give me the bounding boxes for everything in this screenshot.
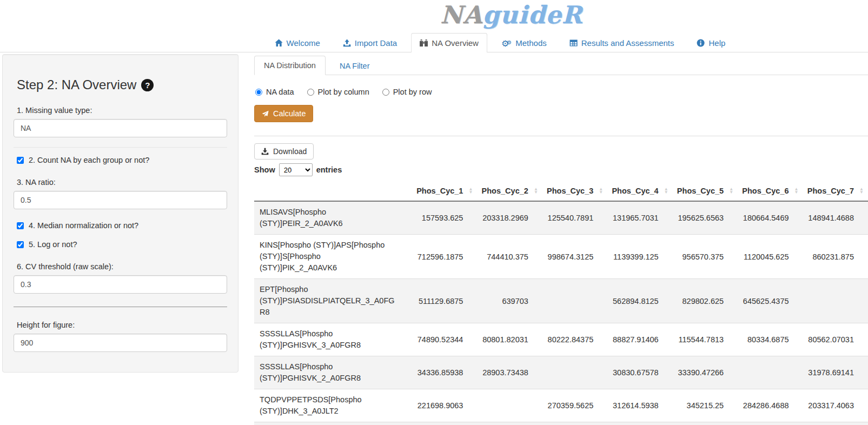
cell: 284286.4688 [738, 389, 803, 422]
column-header[interactable]: Phos_Cyc_4▲▼ [607, 181, 672, 201]
cell: 30830.67578 [607, 356, 672, 389]
paper-plane-icon [262, 110, 269, 117]
binoculars-icon [420, 39, 428, 47]
cell: 312614.5938 [607, 389, 672, 422]
nav-tab-label: Methods [515, 38, 547, 48]
nav-tab-results[interactable]: Results and Assessments [561, 33, 683, 52]
cell: 1139399.125 [607, 235, 672, 279]
cell: 80334.6875 [738, 323, 803, 356]
log-label: 5. Log or not? [29, 240, 77, 249]
sort-icon[interactable]: ▲▼ [729, 188, 733, 194]
cell: 345215.25 [673, 389, 738, 422]
cell: 331924.5625 [803, 422, 868, 425]
cv-threshold-input[interactable] [14, 275, 227, 294]
show-entries-control: Show 20 entries [254, 163, 868, 176]
nav-tab-welcome[interactable]: Welcome [266, 33, 329, 52]
missing-value-type-label: 1. Missing value type: [17, 106, 224, 115]
calculate-button-label: Calculate [273, 109, 306, 118]
table-row: TQDPVPPETPSDS[Phospho (STY)]DHK_3_A0JLT2… [254, 389, 868, 422]
column-header[interactable]: Phos_Cyc_2▲▼ [477, 181, 542, 201]
calculate-button[interactable]: Calculate [254, 105, 313, 122]
sort-icon[interactable]: ▲▼ [534, 188, 538, 194]
cell: 316457.7188 [607, 422, 672, 425]
info-icon [697, 39, 705, 47]
app-logo: NAguideR [440, 1, 582, 29]
cell: 195625.6563 [673, 201, 738, 235]
cell: 203318.2969 [477, 201, 542, 235]
cv-threshold-label: 6. CV threshold (raw scale): [17, 262, 224, 271]
column-header[interactable]: Phos_Cyc_1▲▼ [412, 181, 477, 201]
column-header[interactable]: Phos_Cyc_7▲▼ [803, 181, 868, 201]
peptide-name: SMS[Phospho (STY)]VDLSHIPLKDPLLFK_3_A0JN… [254, 422, 412, 425]
radio-na-data[interactable]: NA data [255, 88, 294, 96]
entries-label: entries [316, 165, 342, 174]
cell [477, 389, 542, 422]
missing-value-type-input[interactable] [14, 119, 227, 137]
download-button[interactable]: Download [254, 143, 314, 160]
main-content: NA Distribution NA Filter NA data Plot b… [254, 55, 868, 425]
peptide-name: EPT[Phospho (STY)]PSIASDISLPIATQELR_3_A0… [254, 279, 412, 323]
cell [738, 356, 803, 389]
cell: 285275.5 [738, 422, 803, 425]
radio-plot-by-column-input[interactable] [307, 89, 314, 96]
nav-tab-help[interactable]: Help [688, 33, 734, 52]
log-checkbox[interactable] [17, 241, 24, 248]
cell: 157593.625 [412, 201, 477, 235]
cell: 80562.07031 [803, 323, 868, 356]
cell: 358460.9688 [542, 422, 607, 425]
radio-na-data-label: NA data [266, 88, 294, 96]
logo-guider: guideR [482, 1, 582, 29]
entries-select[interactable]: 20 [279, 163, 313, 176]
cell: 645625.4375 [738, 279, 803, 323]
table-row: EPT[Phospho (STY)]PSIASDISLPIATQELR_3_A0… [254, 279, 868, 323]
median-normalization-checkbox[interactable] [17, 222, 24, 229]
table-row: KINS[Phospho (STY)]APS[Phospho (STY)]S[P… [254, 235, 868, 279]
sort-icon[interactable]: ▲▼ [859, 188, 864, 194]
radio-na-data-input[interactable] [255, 89, 262, 96]
radio-plot-by-row-input[interactable] [382, 89, 389, 96]
nav-tab-methods[interactable]: ⚙⚙ Methods [493, 33, 555, 52]
upload-icon [343, 39, 351, 47]
column-header[interactable]: Phos_Cyc_5▲▼ [673, 181, 738, 201]
tab-na-distribution[interactable]: NA Distribution [254, 56, 326, 75]
help-question-icon[interactable]: ? [141, 79, 154, 91]
cell: 203317.4063 [803, 389, 868, 422]
cell: 248274.0156 [412, 422, 477, 425]
download-icon [261, 148, 269, 155]
figure-height-input[interactable] [14, 334, 227, 352]
table-row: SSSSLLAS[Phospho (STY)]PGHISVK_2_A0FGR8 … [254, 356, 868, 389]
count-na-label: 2. Count NA by each group or not? [29, 156, 149, 164]
sort-icon[interactable]: ▲▼ [794, 188, 799, 194]
nav-tab-na-overview[interactable]: NA Overview [411, 33, 487, 52]
header: NAguideR Welcome Import Data NA Overview… [0, 0, 868, 52]
column-header[interactable]: Phos_Cyc_3▲▼ [542, 181, 607, 201]
radio-plot-by-column[interactable]: Plot by column [307, 88, 369, 96]
cell: 956570.375 [673, 235, 738, 279]
nav-tab-label: Results and Assessments [581, 38, 674, 48]
logo-na: NA [440, 1, 482, 29]
radio-plot-by-row[interactable]: Plot by row [382, 88, 432, 96]
sort-icon[interactable]: ▲▼ [599, 188, 603, 194]
sidebar-title: Step 2: NA Overview ? [17, 77, 227, 92]
cell: 1120045.625 [738, 235, 803, 279]
sub-tabs: NA Distribution NA Filter [254, 55, 868, 75]
sort-icon[interactable]: ▲▼ [664, 188, 668, 194]
na-ratio-label: 3. NA ratio: [17, 178, 224, 187]
cell: 80801.82031 [477, 323, 542, 356]
show-label: Show [254, 165, 275, 174]
figure-height-label: Height for figure: [17, 321, 224, 329]
cell: 80222.84375 [542, 323, 607, 356]
na-ratio-input[interactable] [14, 191, 227, 209]
nav-tab-import-data[interactable]: Import Data [334, 33, 406, 52]
column-header[interactable]: Phos_Cyc_6▲▼ [738, 181, 803, 201]
peptide-name: SSSSLLAS[Phospho (STY)]PGHISVK_3_A0FGR8 [254, 323, 412, 356]
count-na-checkbox[interactable] [17, 157, 24, 164]
radio-plot-by-column-label: Plot by column [318, 88, 369, 96]
cell: 125540.7891 [542, 201, 607, 235]
table-header-row: Phos_Cyc_1▲▼ Phos_Cyc_2▲▼ Phos_Cyc_3▲▼ P… [254, 181, 868, 201]
sort-icon[interactable]: ▲▼ [469, 188, 473, 194]
cell: 115544.7813 [673, 323, 738, 356]
nav-tab-label: NA Overview [432, 38, 479, 48]
table-row: SMS[Phospho (STY)]VDLSHIPLKDPLLFK_3_A0JN… [254, 422, 868, 425]
tab-na-filter[interactable]: NA Filter [330, 56, 380, 75]
